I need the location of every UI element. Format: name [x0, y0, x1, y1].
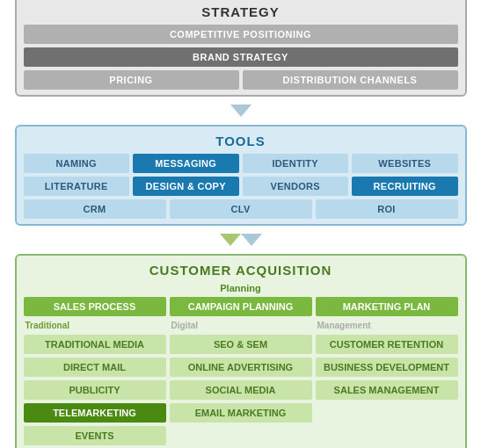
- digital-label: Digital: [170, 320, 312, 331]
- arrow-tools-to-acquisition: [15, 233, 467, 247]
- empty-cell-1: [316, 403, 458, 423]
- tool-naming: NAMING: [24, 154, 130, 173]
- traditional-media: TRADITIONAL MEDIA: [24, 335, 166, 354]
- strategy-title: STRATEGY: [24, 3, 458, 21]
- campaign-planning: CAMPAIGN PLANNING: [170, 297, 312, 316]
- data-row-1: TRADITIONAL MEDIA SEO & SEM CUSTOMER RET…: [24, 335, 458, 354]
- tools-row-3: CRM CLV ROI: [24, 199, 458, 219]
- telemarketing: TELEMARKETING: [24, 403, 166, 423]
- sub-labels-row: Traditional Digital Management: [24, 320, 458, 331]
- data-row-4: TELEMARKETING EMAIL MARKETING: [24, 403, 458, 423]
- acquisition-title: CUSTOMER ACQUISITION: [24, 261, 458, 279]
- events: EVENTS: [24, 426, 166, 445]
- data-row-3: PUBLICITY SOCIAL MEDIA SALES MANAGEMENT: [24, 380, 458, 400]
- distribution-channels: DISTRIBUTION CHANNELS: [243, 70, 458, 90]
- empty-cell-3: [316, 426, 458, 445]
- online-advertising: ONLINE ADVERTISING: [170, 358, 312, 377]
- customer-retention: CUSTOMER RETENTION: [316, 335, 458, 354]
- acquisition-section: CUSTOMER ACQUISITION Planning SALES PROC…: [15, 254, 467, 448]
- tool-websites: WEBSITES: [352, 154, 458, 173]
- tools-section: TOOLS NAMING MESSAGING IDENTITY WEBSITES…: [15, 125, 467, 226]
- marketing-plan: MARKETING PLAN: [316, 297, 458, 316]
- business-development: BUSINESS DEVELOPMENT: [316, 358, 458, 377]
- tool-design-copy: DESIGN & COPY: [133, 177, 239, 196]
- diagram: STRATEGY COMPETITIVE POSITIONING BRAND S…: [8, 0, 474, 448]
- tools-title: TOOLS: [24, 132, 458, 150]
- planning-label: Planning: [24, 283, 458, 293]
- tool-vendors: VENDORS: [243, 177, 349, 196]
- empty-cell-2: [170, 426, 312, 445]
- tool-roi: ROI: [316, 199, 458, 219]
- tool-identity: IDENTITY: [243, 154, 349, 173]
- tool-clv: CLV: [170, 199, 312, 219]
- planning-row: SALES PROCESS CAMPAIGN PLANNING MARKETIN…: [24, 297, 458, 316]
- tools-row-1: NAMING MESSAGING IDENTITY WEBSITES: [24, 154, 458, 173]
- strategy-section: STRATEGY COMPETITIVE POSITIONING BRAND S…: [15, 0, 467, 97]
- strategy-brand-row: BRAND STRATEGY: [24, 47, 458, 67]
- tool-recruiting: RECRUITING: [352, 177, 458, 196]
- strategy-competitive-row: COMPETITIVE POSITIONING: [24, 25, 458, 44]
- tool-messaging: MESSAGING: [133, 154, 239, 173]
- email-marketing: EMAIL MARKETING: [170, 403, 312, 423]
- social-media: SOCIAL MEDIA: [170, 380, 312, 400]
- direct-mail: DIRECT MAIL: [24, 358, 166, 377]
- traditional-label: Traditional: [24, 320, 166, 331]
- brand-strategy: BRAND STRATEGY: [24, 47, 458, 67]
- sales-management: SALES MANAGEMENT: [316, 380, 458, 400]
- data-row-2: DIRECT MAIL ONLINE ADVERTISING BUSINESS …: [24, 358, 458, 377]
- data-row-5: EVENTS: [24, 426, 458, 445]
- competitive-positioning: COMPETITIVE POSITIONING: [24, 25, 458, 44]
- tools-row-2: LITERATURE DESIGN & COPY VENDORS RECRUIT…: [24, 177, 458, 196]
- publicity: PUBLICITY: [24, 380, 166, 400]
- pricing: PRICING: [24, 70, 239, 90]
- sales-process: SALES PROCESS: [24, 297, 166, 316]
- management-label: Management: [316, 320, 458, 331]
- tool-crm: CRM: [24, 199, 166, 219]
- seo-sem: SEO & SEM: [170, 335, 312, 354]
- strategy-pricing-row: PRICING DISTRIBUTION CHANNELS: [24, 70, 458, 90]
- arrow-strategy-to-tools: [15, 104, 467, 118]
- tool-literature: LITERATURE: [24, 177, 130, 196]
